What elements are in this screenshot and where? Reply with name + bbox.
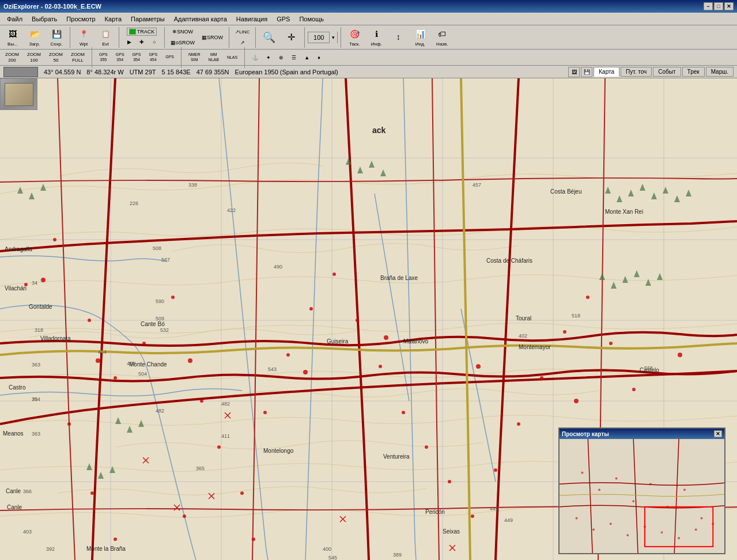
tab-map[interactable]: Карта	[594, 67, 619, 77]
svg-point-71	[252, 538, 255, 541]
save-icon-button[interactable]: 💾	[581, 67, 592, 77]
crosshair-button[interactable]: ✛	[281, 27, 301, 48]
svg-point-78	[574, 399, 579, 403]
menu-adaptive[interactable]: Адаптивная карта	[169, 14, 232, 24]
track-play-button[interactable]: ▶	[123, 37, 135, 47]
menu-file[interactable]: Файл	[2, 14, 27, 24]
save-button[interactable]: 💾 Сохр.	[46, 27, 67, 48]
plus-circle-button[interactable]: ⊕	[276, 51, 286, 64]
anchor-button[interactable]: ⚓	[249, 51, 261, 64]
menu-gps[interactable]: GPS	[272, 14, 294, 24]
nlas-button[interactable]: NLAS	[224, 51, 240, 64]
svg-text:490: 490	[274, 264, 282, 270]
track-label: TRACK	[127, 28, 157, 36]
tab-route[interactable]: Марш.	[706, 67, 734, 77]
toolbar2: ZOOM200 ZOOM100 ZOOM50 ZOOMFULL GPS355 G…	[0, 50, 737, 66]
zoom100-button[interactable]: ZOOM100	[24, 51, 44, 64]
close-button[interactable]: ✕	[724, 2, 734, 10]
menu-map[interactable]: Карта	[100, 14, 126, 24]
svg-text:543: 543	[268, 366, 277, 372]
svg-point-40	[53, 238, 56, 241]
svg-point-61	[563, 330, 566, 334]
menu-help[interactable]: Помощь	[294, 14, 328, 24]
svg-point-48	[263, 411, 267, 414]
track-circle-button[interactable]: ○	[149, 37, 160, 47]
svg-point-55	[425, 445, 428, 449]
save-icon: 💾	[50, 28, 63, 40]
svg-point-42	[114, 376, 117, 380]
load-button[interactable]: 📂 Загр.	[24, 27, 45, 48]
snow-button[interactable]: ❄SNOW	[168, 27, 198, 37]
svg-text:338: 338	[188, 182, 197, 188]
gps2-button[interactable]: GPS354	[113, 51, 127, 64]
tab-waypoints[interactable]: Пут. точ	[621, 67, 652, 77]
minimap-close-button[interactable]: ✕	[714, 430, 722, 437]
svg-text:508: 508	[153, 245, 161, 251]
open-button[interactable]: 🖼 Вы...	[2, 27, 23, 48]
info-button[interactable]: ℹ Инф.	[366, 27, 387, 48]
event-button[interactable]: 📋 Evt	[95, 27, 116, 48]
sep7	[341, 27, 341, 48]
svg-point-43	[142, 342, 146, 345]
tab-events[interactable]: Событ	[653, 67, 681, 77]
maximize-button[interactable]: □	[714, 2, 723, 10]
info-icon: ℹ	[370, 28, 383, 40]
menu-params[interactable]: Параметры	[126, 14, 169, 24]
triangle-button[interactable]: ▲	[301, 51, 312, 64]
map-area[interactable]: Vilachán Andragalla Gontalde Villadornat…	[0, 78, 737, 560]
svg-point-75	[303, 370, 308, 374]
search-button[interactable]: 🔍	[259, 27, 279, 48]
svg-text:Montemayor: Montemayor	[519, 344, 551, 350]
svg-text:532: 532	[160, 327, 169, 333]
menu-navigation[interactable]: Навигация	[232, 14, 272, 24]
minimize-button[interactable]: −	[704, 2, 713, 10]
zoom-down-arrow[interactable]: ▾	[329, 32, 337, 43]
menu-select[interactable]: Выбрать	[27, 14, 62, 24]
svg-text:449: 449	[490, 506, 498, 512]
svg-text:403: 403	[23, 529, 32, 535]
sep3	[164, 27, 165, 48]
name-button[interactable]: 🏷 Назв.	[432, 27, 452, 48]
tab-track[interactable]: Трек	[682, 67, 705, 77]
menu-view[interactable]: Просмотр	[62, 14, 100, 24]
linc-button[interactable]: ↗LINC	[232, 27, 252, 37]
svg-text:Vilachán: Vilachán	[5, 285, 27, 292]
osrow-button[interactable]: ▦oSROW	[168, 37, 198, 48]
svg-point-49	[286, 353, 290, 357]
zoom50-button[interactable]: ZOOM50	[46, 51, 66, 64]
gps4-button[interactable]: GPS454	[146, 51, 160, 64]
zoom-full-button[interactable]: ZOOMFULL	[68, 51, 88, 64]
track-color	[129, 29, 136, 35]
diamond-button[interactable]: ♦	[315, 51, 323, 64]
gps5-button[interactable]: GPS	[162, 51, 177, 64]
task-button[interactable]: 🎯 Таск.	[344, 27, 365, 48]
svg-text:Pericón: Pericón	[425, 509, 445, 515]
waypoint-button[interactable]: 📍 Wpt	[73, 27, 94, 48]
star-button[interactable]: ✦	[263, 51, 274, 64]
status-lon: 8° 48.324r W	[86, 69, 123, 75]
ind-button[interactable]: 📊 Инд.	[410, 27, 430, 48]
arrow2-button[interactable]: ↗	[232, 37, 252, 48]
svg-point-160	[598, 489, 600, 491]
minimap-content[interactable]	[560, 439, 724, 553]
svg-text:Braña de Laxe: Braña de Laxe	[380, 275, 418, 281]
menu-icon-button[interactable]: ☰	[289, 51, 299, 64]
track-add-button[interactable]: ✚	[136, 37, 148, 47]
svg-point-68	[90, 491, 94, 495]
svg-text:392: 392	[46, 546, 55, 552]
svg-point-52	[356, 319, 359, 322]
zoom-value: 100	[308, 34, 329, 41]
zoom200-button[interactable]: ZOOM200	[2, 51, 22, 64]
nav-icon: ↕	[392, 31, 405, 43]
nav-button[interactable]: ↕	[388, 27, 409, 48]
status-icon-button[interactable]: 🖼	[568, 67, 580, 77]
gps3-button[interactable]: GPS354	[130, 51, 144, 64]
titlebar-controls: − □ ✕	[704, 2, 734, 10]
srow-button[interactable]: ▦SROW	[199, 32, 226, 43]
gps1-button[interactable]: GPS355	[96, 51, 111, 64]
zoom-combo[interactable]: 100 ▾	[308, 32, 338, 43]
svg-point-159	[581, 472, 583, 474]
task-icon: 🎯	[348, 28, 361, 40]
nmer-button[interactable]: NMERSIM	[186, 51, 203, 64]
mm-button[interactable]: MMNLAB	[206, 51, 222, 64]
